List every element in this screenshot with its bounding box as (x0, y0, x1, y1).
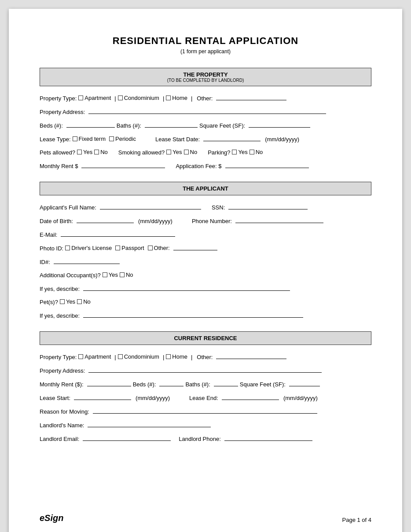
occupants-no-item[interactable]: No (120, 272, 133, 278)
drivers-license-checkbox[interactable] (65, 246, 70, 250)
other-id-checkbox[interactable] (148, 246, 153, 250)
pets-describe-field[interactable] (83, 312, 303, 318)
baths-field[interactable] (145, 121, 198, 128)
periodic-label: Periodic (115, 136, 136, 142)
cr-condo-label: Condominium (124, 353, 159, 360)
property-address-field[interactable] (88, 108, 326, 114)
drivers-license-item[interactable]: Driver's License (65, 245, 112, 251)
cr-reason-field[interactable] (93, 407, 317, 414)
cr-lease-start-field[interactable] (74, 394, 131, 400)
periodic-checkbox[interactable] (109, 136, 114, 141)
if-yes-describe2-label: If yes, describe: (40, 312, 80, 319)
apartment-checkbox-item[interactable]: Apartment (78, 95, 111, 101)
baths-label: Baths (#): (117, 122, 141, 129)
occupants-yes-item[interactable]: Yes (103, 272, 118, 278)
other-id-field[interactable] (173, 244, 217, 250)
phone-field[interactable] (235, 217, 323, 223)
cr-landlord-name-field[interactable] (88, 421, 211, 427)
condo-checkbox[interactable] (118, 95, 123, 100)
cr-landlord-email-field[interactable] (83, 435, 171, 441)
cr-apartment-item[interactable]: Apartment (78, 353, 111, 360)
cr-condo-item[interactable]: Condominium (118, 353, 159, 360)
monthly-rent-field[interactable] (81, 162, 165, 168)
app-fee-field[interactable] (225, 162, 309, 168)
cr-reason-label: Reason for Moving: (40, 408, 89, 415)
cr-address-label: Property Address: (40, 367, 85, 374)
parking-yes-item[interactable]: Yes (232, 149, 247, 155)
other-id-item[interactable]: Other: (148, 245, 170, 251)
cr-sqft-field[interactable] (289, 380, 320, 386)
pets2-yes-checkbox[interactable] (60, 299, 65, 304)
occupants-no-label: No (126, 272, 133, 278)
fixed-term-item[interactable]: Fixed term (73, 136, 106, 142)
dob-label: Date of Birth: (40, 218, 73, 224)
occupants-describe-field[interactable] (83, 285, 290, 291)
property-section: THE PROPERTY (TO BE COMPLETED BY LANDLOR… (40, 68, 371, 169)
pets-smoking-parking-row: Pets allowed? Yes No Smoking allowed? Ye… (40, 149, 371, 156)
passport-checkbox[interactable] (115, 246, 120, 250)
pets2-no-checkbox[interactable] (77, 299, 82, 304)
cr-sqft-label: Square Feet (SF): (240, 381, 286, 388)
parking-no-checkbox[interactable] (250, 150, 254, 154)
smoking-no-item[interactable]: No (184, 149, 198, 155)
parking-yes-checkbox[interactable] (232, 150, 237, 154)
email-field[interactable] (61, 231, 175, 237)
cr-address-field[interactable] (88, 367, 322, 373)
fixed-term-checkbox[interactable] (73, 136, 77, 141)
passport-item[interactable]: Passport (115, 245, 144, 251)
id-field[interactable] (54, 258, 120, 264)
cr-lease-start-label: Lease Start: (40, 395, 70, 401)
cr-home-item[interactable]: Home (166, 353, 187, 360)
other-field[interactable] (216, 94, 286, 100)
smoking-no-checkbox[interactable] (184, 150, 189, 154)
pets2-yes-item[interactable]: Yes (60, 298, 75, 305)
cr-condo-checkbox[interactable] (118, 354, 123, 359)
apartment-checkbox[interactable] (78, 95, 83, 100)
lease-start-field[interactable] (203, 135, 261, 141)
cr-baths-field[interactable] (214, 380, 238, 386)
home-checkbox-item[interactable]: Home (166, 95, 187, 101)
passport-label: Passport (121, 245, 144, 251)
smoking-yes-checkbox[interactable] (166, 150, 171, 154)
occupants-no-checkbox[interactable] (120, 272, 125, 277)
cr-lease-end-field[interactable] (222, 394, 279, 400)
cr-sep3: | (191, 354, 192, 360)
beds-baths-sqft-row: Beds (#): Baths (#): Square Feet (SF): (40, 121, 371, 129)
periodic-item[interactable]: Periodic (109, 136, 136, 142)
property-address-row: Property Address: (40, 108, 371, 115)
cr-beds-field[interactable] (159, 380, 183, 386)
cr-property-type-row: Property Type: Apartment | Condominium |… (40, 353, 371, 360)
dob-field[interactable] (77, 217, 134, 223)
email-label: E-Mail: (40, 231, 57, 238)
beds-field[interactable] (66, 121, 115, 128)
cr-monthly-rent-label: Monthly Rent ($): (40, 381, 84, 388)
cr-landlord-phone-field[interactable] (224, 435, 312, 441)
cr-address-row: Property Address: (40, 367, 371, 374)
cr-landlord-name-label: Landlord's Name: (40, 422, 84, 429)
email-row: E-Mail: (40, 231, 371, 238)
id-label: ID#: (40, 259, 50, 265)
photo-id-row: Photo ID: Driver's License Passport Othe… (40, 244, 371, 252)
pets2-no-item[interactable]: No (77, 298, 91, 305)
cr-apartment-checkbox[interactable] (78, 354, 83, 359)
property-type-row: Property Type: Apartment | Condominium |… (40, 94, 371, 102)
cr-monthly-rent-field[interactable] (87, 380, 131, 386)
pets-no-checkbox[interactable] (94, 150, 99, 154)
occupants-yes-checkbox[interactable] (103, 272, 107, 277)
cr-home-checkbox[interactable] (166, 354, 171, 359)
condo-checkbox-item[interactable]: Condominium (118, 95, 159, 101)
parking-no-item[interactable]: No (250, 149, 263, 155)
smoking-yes-item[interactable]: Yes (166, 149, 182, 155)
cr-beds-label: Beds (#): (133, 381, 156, 388)
parking-label: Parking? (208, 149, 230, 156)
sqft-field[interactable] (249, 121, 310, 128)
home-checkbox[interactable] (166, 95, 171, 100)
pets-no-item[interactable]: No (94, 149, 108, 155)
full-name-field[interactable] (100, 203, 201, 209)
cr-rent-beds-row: Monthly Rent ($): Beds (#): Baths (#): S… (40, 380, 371, 388)
cr-other-field[interactable] (216, 353, 286, 359)
ssn-field[interactable] (228, 203, 308, 209)
pets-yes-item[interactable]: Yes (77, 149, 92, 155)
esign: eSign (40, 513, 63, 523)
pets-yes-checkbox[interactable] (77, 150, 82, 154)
